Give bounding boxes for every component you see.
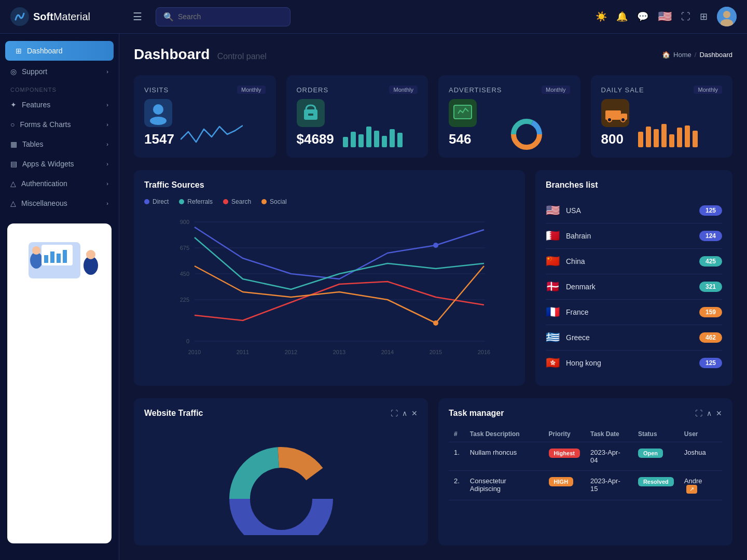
task-desc-2: Consectetur Adipiscing	[465, 471, 544, 500]
sidebar-item-apps-widgets[interactable]: ▤ Apps & Widgets ›	[0, 154, 119, 174]
expand-icon[interactable]: ⛶	[681, 11, 690, 22]
task-user-1: Joshua	[679, 442, 722, 471]
svg-point-16	[150, 117, 167, 125]
status-badge-open: Open	[638, 449, 663, 458]
task-num-1: 1.	[449, 442, 465, 471]
traffic-close-btn[interactable]: ✕	[411, 409, 418, 417]
user-badge: ↗	[686, 485, 697, 494]
branch-item-china: 🇨🇳 China 425	[546, 249, 722, 274]
svg-point-15	[153, 104, 163, 115]
menu-icon[interactable]: ☰	[133, 10, 142, 23]
svg-point-38	[621, 118, 625, 122]
breadcrumb-home[interactable]: Home	[673, 51, 691, 59]
logo-text: SoftMaterial	[33, 11, 90, 23]
sidebar-item-tables[interactable]: ▦ Tables ›	[0, 134, 119, 154]
task-expand-btn[interactable]: ⛶	[695, 409, 702, 417]
traffic-expand-btn[interactable]: ⛶	[391, 409, 398, 417]
branch-name-usa: USA	[566, 206, 693, 215]
legend-social: Social	[261, 198, 287, 205]
features-icon: ✦	[10, 101, 17, 109]
task-collapse-btn[interactable]: ∧	[707, 409, 712, 417]
sidebar-item-miscellaneous[interactable]: △ Miscellaneous ›	[0, 193, 119, 213]
svg-rect-10	[57, 254, 61, 263]
svg-text:2016: 2016	[478, 349, 490, 355]
chevron-icon-apps: ›	[106, 161, 108, 167]
task-date-1: 2023-Apr-04	[585, 442, 633, 471]
daily-sale-value: 800	[601, 131, 624, 147]
task-num-2: 2.	[449, 471, 465, 500]
chat-icon[interactable]: 💬	[637, 11, 648, 22]
svg-text:225: 225	[180, 297, 189, 303]
chevron-icon-auth: ›	[106, 180, 108, 187]
svg-rect-44	[677, 128, 682, 147]
task-date-2: 2023-Apr-15	[585, 471, 633, 500]
task-priority-2: HIGH	[544, 471, 585, 500]
website-traffic-header: Website Traffic ⛶ ∧ ✕	[144, 409, 418, 418]
chevron-icon: ›	[106, 68, 108, 75]
chevron-icon-features: ›	[106, 102, 108, 108]
svg-rect-41	[654, 129, 659, 147]
sidebar-item-authentication[interactable]: △ Authentication ›	[0, 174, 119, 193]
bell-icon[interactable]: 🔔	[616, 11, 628, 22]
traffic-collapse-btn[interactable]: ∧	[402, 409, 407, 417]
svg-rect-23	[366, 127, 371, 147]
orders-value: $4689	[297, 131, 334, 147]
svg-rect-21	[351, 132, 356, 147]
col-date: Task Date	[585, 426, 633, 442]
flag-france: 🇫🇷	[546, 305, 560, 319]
sidebar-item-support[interactable]: ◎ Support ›	[0, 62, 119, 81]
daily-sale-chart	[635, 121, 698, 147]
tables-icon: ▦	[10, 140, 17, 148]
svg-rect-20	[343, 137, 348, 147]
svg-rect-11	[63, 250, 67, 263]
advertisers-badge: Monthly	[542, 86, 570, 94]
search-icon: 🔍	[163, 12, 174, 22]
svg-text:2014: 2014	[381, 349, 394, 355]
home-icon: 🏠	[662, 51, 670, 59]
logo-icon	[10, 7, 29, 26]
svg-text:450: 450	[180, 271, 189, 277]
flag-denmark: 🇩🇰	[546, 280, 560, 293]
task-close-btn[interactable]: ✕	[716, 409, 722, 417]
branch-name-china: China	[566, 257, 693, 265]
traffic-sources-title: Traffic Sources	[144, 180, 515, 190]
advertisers-pie	[511, 119, 542, 150]
stat-card-orders: Orders Monthly	[286, 75, 428, 158]
legend-label-social: Social	[270, 198, 287, 205]
sidebar-section-components: Components	[0, 81, 119, 95]
flag-icon: 🇺🇸	[658, 10, 672, 23]
chevron-icon-forms: ›	[106, 121, 108, 128]
avatar[interactable]	[717, 7, 737, 26]
branch-count-china: 425	[699, 256, 722, 267]
orders-chart	[340, 121, 403, 147]
misc-icon: △	[10, 199, 16, 207]
sun-icon[interactable]: ☀️	[596, 11, 607, 22]
grid-icon[interactable]: ⊞	[700, 11, 708, 22]
svg-point-13	[86, 250, 95, 259]
svg-rect-22	[358, 134, 364, 147]
traffic-donut-chart	[214, 431, 349, 535]
website-traffic-title: Website Traffic	[144, 409, 203, 418]
flag-bahrain: 🇧🇭	[546, 229, 560, 243]
legend-dot-direct	[144, 199, 149, 204]
branch-item-denmark: 🇩🇰 Denmark 321	[546, 274, 722, 300]
branch-name-greece: Greece	[566, 333, 693, 342]
branch-name-hongkong: Hong kong	[566, 359, 693, 367]
task-status-2: Resolved	[633, 471, 679, 500]
svg-point-69	[253, 470, 310, 527]
sidebar-item-forms-charts[interactable]: ○ Forms & Charts ›	[0, 115, 119, 134]
legend-label-direct: Direct	[153, 198, 169, 205]
col-description: Task Description	[465, 426, 544, 442]
logo: SoftMaterial	[10, 7, 125, 26]
branch-count-denmark: 321	[699, 282, 722, 292]
task-manager-actions: ⛶ ∧ ✕	[695, 409, 722, 417]
svg-text:900: 900	[180, 219, 189, 225]
legend-dot-search	[223, 199, 228, 204]
sidebar-label-dashboard: Dashboard	[27, 47, 63, 55]
flag-hongkong: 🇭🇰	[546, 356, 560, 370]
search-input[interactable]	[178, 12, 283, 21]
sidebar-item-dashboard[interactable]: ⊞ Dashboard	[5, 41, 114, 61]
sidebar-label-features: Features	[22, 101, 50, 109]
sidebar-item-features[interactable]: ✦ Features ›	[0, 95, 119, 115]
branch-count-hongkong: 125	[699, 358, 722, 368]
